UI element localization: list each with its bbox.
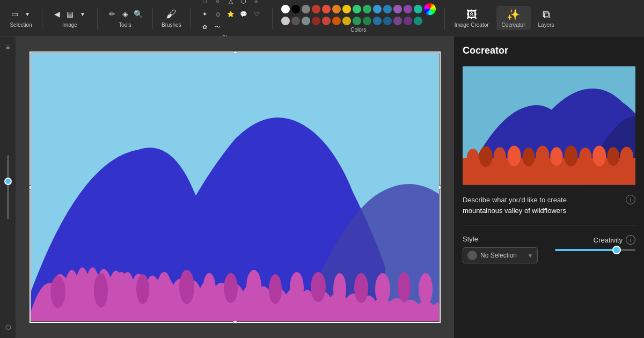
color2-burnt[interactable]	[332, 17, 341, 25]
color-darkpurple[interactable]	[404, 5, 412, 13]
canvas-area	[16, 36, 453, 338]
sep2	[97, 8, 98, 29]
svg-point-18	[419, 273, 433, 305]
tools-group[interactable]: ✏ ◈ 🔍 Tools	[102, 6, 148, 30]
svg-point-28	[564, 145, 577, 166]
svg-point-32	[620, 146, 633, 167]
canvas-drawing[interactable]	[31, 53, 439, 321]
image-icon1: ◀	[51, 8, 63, 20]
creativity-info-icon[interactable]: i	[626, 235, 635, 245]
style-label: Style	[463, 235, 549, 243]
sep4	[190, 8, 191, 29]
svg-point-14	[333, 273, 346, 305]
opacity-slider-icon[interactable]: ⬡	[2, 321, 14, 334]
svg-point-4	[114, 272, 129, 304]
color-black[interactable]	[291, 5, 300, 13]
svg-point-1	[50, 276, 65, 308]
layers-label: Layers	[538, 22, 554, 28]
svg-point-5	[136, 274, 149, 304]
svg-point-15	[354, 273, 368, 303]
brushes-group[interactable]: 🖌 Brushes	[157, 6, 186, 30]
color2-burgundy[interactable]	[312, 17, 320, 25]
color2-slate[interactable]	[302, 17, 310, 25]
color2-navy[interactable]	[383, 17, 392, 25]
style-dropdown-text: No Selection	[480, 252, 524, 259]
circle-shape-icon: ○	[212, 0, 224, 7]
creativity-label: Creativity	[594, 236, 623, 244]
rect-shape-icon: □	[199, 0, 211, 7]
color-yellow[interactable]	[342, 5, 351, 13]
color-orange[interactable]	[332, 5, 341, 13]
image-icon2: ▤	[64, 8, 76, 20]
color2-lightgray[interactable]	[281, 17, 290, 25]
style-dropdown-dot	[467, 251, 477, 260]
svg-point-27	[550, 147, 562, 166]
color2-steel[interactable]	[373, 17, 382, 25]
image-creator-button[interactable]: 🖼 Image Creator	[449, 6, 494, 30]
svg-point-6	[157, 272, 171, 304]
color2-forest[interactable]	[353, 17, 361, 25]
curve-shape-icon: 〜	[212, 21, 224, 33]
colors-section: Colors	[277, 1, 440, 35]
color-darkgreen[interactable]	[363, 5, 371, 13]
describe-input[interactable]	[463, 204, 635, 225]
flower-shape-icon: ✿	[199, 21, 211, 33]
pencil-icon: ✏	[106, 8, 118, 20]
creativity-slider-container	[555, 249, 635, 251]
style-section: Style No Selection ▼	[463, 235, 549, 263]
color-green[interactable]	[353, 5, 361, 13]
selection-tool[interactable]: ▭ ▼ Selection	[4, 6, 38, 30]
color-darkred[interactable]	[312, 5, 320, 13]
color-darkblue[interactable]	[383, 5, 392, 13]
color-red[interactable]	[322, 5, 331, 13]
image-tool[interactable]: ◀ ▤ ▼ Image	[47, 6, 93, 30]
colors-label: Colors	[350, 27, 366, 33]
color2-crimson[interactable]	[322, 17, 331, 25]
selection-arrow-icon: ▼	[21, 8, 33, 20]
eraser-icon: ◈	[119, 8, 131, 20]
diamond-shape-icon: ◇	[212, 8, 224, 20]
creativity-section: Creativity i	[549, 235, 635, 251]
sep5	[272, 8, 273, 29]
color-rainbow[interactable]	[424, 3, 436, 15]
size-slider[interactable]	[7, 155, 9, 219]
describe-info-icon[interactable]: i	[626, 195, 635, 204]
triangle-shape-icon: △	[225, 0, 237, 7]
creativity-label-row: Creativity i	[594, 235, 635, 245]
color-white[interactable]	[281, 5, 290, 13]
zoom-icon: 🔍	[132, 8, 144, 20]
color2-grape[interactable]	[393, 17, 402, 25]
cocreator-preview-svg	[463, 64, 635, 187]
sep3	[152, 8, 153, 29]
layers-button[interactable]: ⧉ Layers	[533, 6, 560, 30]
color2-gold[interactable]	[342, 17, 351, 25]
cocreator-label: Cocreator	[502, 22, 525, 28]
main-content: ≡ ⬡	[0, 36, 644, 338]
color-purple[interactable]	[393, 5, 402, 13]
svg-point-8	[203, 273, 216, 305]
svg-point-23	[494, 147, 506, 167]
selection-label: Selection	[10, 22, 32, 28]
cocreator-button[interactable]: ✨ Cocreator	[496, 6, 531, 30]
colors-row1	[281, 3, 436, 15]
color-teal[interactable]	[414, 5, 422, 13]
color2-darkgray[interactable]	[291, 17, 300, 25]
color-gray[interactable]	[302, 5, 310, 13]
describe-label-text: Describe what you'd like to create	[463, 196, 567, 204]
toolbar: ▭ ▼ Selection ◀ ▤ ▼ Image ✏ ◈ 🔍 Tools 🖌 …	[0, 0, 644, 36]
svg-point-31	[607, 147, 619, 166]
color2-hunter[interactable]	[363, 17, 371, 25]
creativity-slider[interactable]	[555, 249, 635, 251]
color2-seafoam[interactable]	[414, 17, 422, 25]
color2-eggplant[interactable]	[404, 17, 412, 25]
style-dropdown[interactable]: No Selection ▼	[463, 247, 538, 263]
selection-icon: ▭	[9, 8, 20, 20]
color-spacer	[424, 17, 436, 25]
star-shape-icon: ✦	[199, 8, 211, 20]
hex-shape-icon: ⬡	[238, 0, 250, 7]
layers-left-icon[interactable]: ≡	[2, 41, 14, 54]
color-blue[interactable]	[373, 5, 382, 13]
svg-point-24	[508, 145, 521, 166]
image-creator-label: Image Creator	[455, 22, 489, 28]
svg-point-13	[311, 272, 326, 302]
